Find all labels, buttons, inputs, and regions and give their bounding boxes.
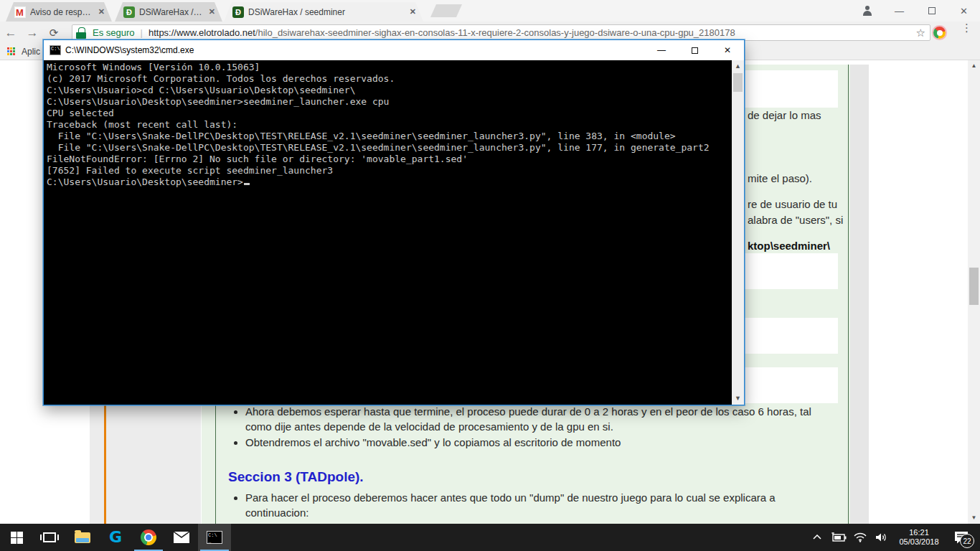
cmd-icon bbox=[207, 531, 222, 544]
browser-tabstrip: Aviso de respuesta: "DSi ✕ Đ DSiWareHax … bbox=[0, 0, 980, 22]
page-gutter bbox=[850, 65, 869, 524]
start-button[interactable] bbox=[0, 524, 33, 551]
list-item: Ahora debemos esperar hasta que termine,… bbox=[245, 404, 837, 434]
address-bar[interactable]: Es seguro | https://www.elotrolado.net/h… bbox=[72, 24, 930, 41]
quote-right-border bbox=[848, 65, 849, 524]
logitech-g-icon: G bbox=[109, 529, 122, 545]
cmd-window[interactable]: C:\WINDOWS\system32\cmd.exe — ✕ Microsof… bbox=[43, 39, 745, 405]
console-line: C:\Users\Usuario>cd C:\Users\Usuario\Des… bbox=[47, 85, 732, 96]
file-explorer-button[interactable] bbox=[66, 524, 99, 551]
post-content: Ahora debemos esperar hasta que termine,… bbox=[231, 404, 837, 524]
tray-chevron-icon[interactable] bbox=[808, 524, 826, 551]
secure-label: Es seguro bbox=[93, 27, 135, 38]
cmd-icon bbox=[50, 45, 61, 55]
cmd-scrollbar-thumb[interactable] bbox=[733, 73, 743, 92]
scroll-down-icon[interactable]: ▼ bbox=[732, 392, 744, 405]
section-heading: Seccion 3 (TADpole). bbox=[228, 469, 837, 484]
extension-icon[interactable] bbox=[933, 27, 946, 39]
volume-icon[interactable] bbox=[872, 524, 891, 551]
secure-lock-icon bbox=[78, 27, 85, 33]
reload-icon[interactable]: ⟳ bbox=[43, 27, 65, 39]
clock-date: 05/03/2018 bbox=[894, 537, 944, 547]
tab-close-icon[interactable]: ✕ bbox=[97, 7, 106, 17]
tab-dsiwarehax-2-active[interactable]: Đ DSiWareHax / seedminer ✕ bbox=[224, 2, 423, 22]
page-text-fragment: de dejar lo mas bbox=[748, 109, 821, 121]
cmd-maximize-button[interactable] bbox=[678, 40, 711, 60]
cmd-titlebar[interactable]: C:\WINDOWS\system32\cmd.exe — ✕ bbox=[44, 40, 744, 60]
browser-menu-icon[interactable]: ⋮ bbox=[961, 25, 971, 30]
notification-count-badge: 22 bbox=[960, 534, 974, 548]
cmd-taskbar-button[interactable] bbox=[198, 524, 231, 551]
logitech-gaming-button[interactable]: G bbox=[99, 524, 132, 551]
console-line: File "C:\Users\Snake-DellPC\Desktop\TEST… bbox=[47, 142, 732, 154]
tab-title: Aviso de respuesta: "DSi bbox=[30, 7, 93, 17]
taskbar: G bbox=[0, 524, 980, 551]
bookmark-star-icon[interactable]: ☆ bbox=[916, 27, 925, 39]
elotrolado-favicon-icon: Đ bbox=[123, 6, 135, 18]
task-view-icon bbox=[43, 532, 56, 542]
cmd-close-button[interactable]: ✕ bbox=[711, 40, 744, 60]
tab-gmail[interactable]: Aviso de respuesta: "DSi ✕ bbox=[6, 2, 112, 22]
maximize-icon bbox=[928, 7, 936, 14]
scroll-up-icon[interactable]: ▲ bbox=[732, 60, 744, 72]
url-domain: https://www.elotrolado.net bbox=[149, 27, 255, 38]
url-path: /hilo_dsiwarehax-seedminer-sighax-en-con… bbox=[255, 27, 735, 38]
cmd-scrollbar[interactable]: ▲ ▼ bbox=[732, 60, 744, 405]
cmd-minimize-button[interactable]: — bbox=[645, 40, 678, 60]
profile-icon bbox=[862, 6, 872, 16]
console-line: File "C:\Users\Snake-DellPC\Desktop\TEST… bbox=[47, 131, 732, 142]
console-line: C:\Users\Usuario\Desktop\seedminer>seedm… bbox=[47, 96, 732, 108]
page-text-fragment: mite el paso). bbox=[748, 172, 812, 184]
bookmark-apps-label[interactable]: Aplic bbox=[22, 47, 40, 57]
scroll-down-icon[interactable]: ▼ bbox=[968, 512, 980, 524]
system-tray: 16:21 05/03/2018 22 bbox=[808, 524, 980, 551]
page-scrollbar-thumb[interactable] bbox=[969, 268, 979, 305]
console-line: C:\Users\Usuario\Desktop\seedminer> bbox=[47, 176, 732, 188]
taskbar-clock[interactable]: 16:21 05/03/2018 bbox=[894, 528, 944, 547]
new-tab-button[interactable] bbox=[430, 4, 462, 17]
wifi-icon[interactable] bbox=[851, 524, 870, 551]
windows-logo-icon bbox=[11, 532, 23, 544]
task-view-button[interactable] bbox=[33, 524, 66, 551]
cmd-window-title: C:\WINDOWS\system32\cmd.exe bbox=[65, 45, 194, 55]
page-scrollbar[interactable]: ▲ ▼ bbox=[968, 60, 980, 524]
console-line: CPU selected bbox=[47, 108, 732, 119]
browser-close-button[interactable]: ✕ bbox=[948, 0, 980, 22]
console-line: FileNotFoundError: [Errno 2] No such fil… bbox=[47, 154, 732, 165]
page-text-fragment: re de usuario de tu bbox=[748, 198, 837, 210]
list-item: Obtendremos el archivo "movable.sed" y l… bbox=[245, 435, 837, 450]
back-icon[interactable]: ← bbox=[0, 26, 22, 40]
folder-icon bbox=[75, 532, 90, 543]
omnibox-divider: | bbox=[141, 27, 143, 38]
console-line: (c) 2017 Microsoft Corporation. Todos lo… bbox=[47, 73, 732, 85]
mail-icon bbox=[174, 532, 189, 543]
console-line: [7652] Failed to execute script seedmine… bbox=[47, 165, 732, 176]
clock-time: 16:21 bbox=[894, 528, 944, 537]
console-line: Traceback (most recent call last): bbox=[47, 119, 732, 131]
list-item: Para hacer el proceso deberemos hacer an… bbox=[245, 490, 837, 520]
chrome-taskbar-button[interactable] bbox=[132, 524, 165, 551]
console-output[interactable]: Microsoft Windows [Versión 10.0.15063](c… bbox=[44, 60, 732, 405]
browser-profile-button[interactable] bbox=[851, 0, 883, 22]
scroll-up-icon[interactable]: ▲ bbox=[968, 60, 980, 72]
browser-maximize-button[interactable] bbox=[915, 0, 948, 22]
action-center-button[interactable]: 22 bbox=[947, 524, 976, 551]
screen: Aviso de respuesta: "DSi ✕ Đ DSiWareHax … bbox=[0, 0, 980, 551]
mail-taskbar-button[interactable] bbox=[165, 524, 198, 551]
tab-close-icon[interactable]: ✕ bbox=[207, 7, 217, 17]
console-cursor bbox=[244, 183, 250, 185]
chrome-icon bbox=[141, 529, 156, 545]
apps-grid-icon[interactable] bbox=[7, 47, 16, 56]
gmail-favicon-icon bbox=[14, 6, 26, 18]
tab-dsiwarehax-1[interactable]: Đ DSiWareHax / seedminer ✕ bbox=[115, 2, 222, 22]
tab-title: DSiWareHax / seedminer bbox=[139, 7, 203, 17]
page-text-fragment: ktop\seedminer\ bbox=[748, 240, 830, 252]
forward-icon[interactable]: → bbox=[22, 26, 43, 40]
tab-title: DSiWareHax / seedminer bbox=[248, 7, 404, 17]
browser-window-controls: — ✕ bbox=[851, 0, 980, 22]
console-line: Microsoft Windows [Versión 10.0.15063] bbox=[47, 62, 732, 73]
battery-charging-icon[interactable] bbox=[829, 524, 848, 551]
browser-minimize-button[interactable]: — bbox=[883, 0, 915, 22]
tab-close-icon[interactable]: ✕ bbox=[408, 7, 418, 17]
page-text-fragment: alabra de "users", si bbox=[748, 214, 843, 226]
